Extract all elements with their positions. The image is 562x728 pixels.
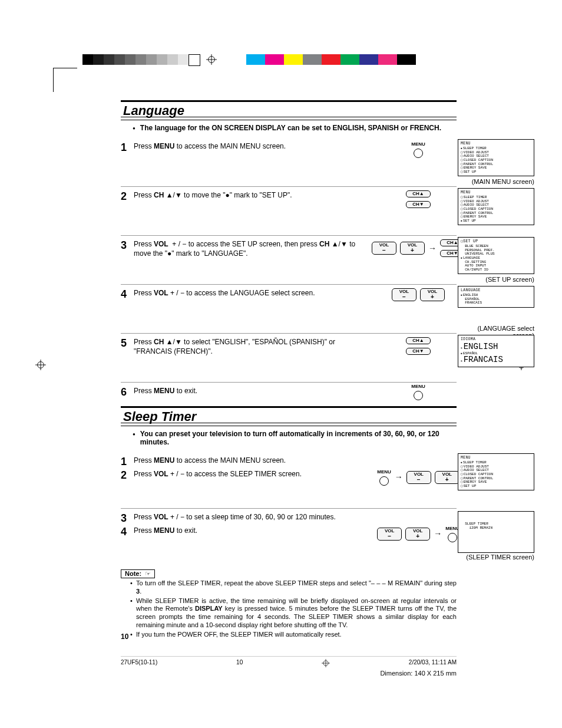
page-number: 10 <box>121 633 128 641</box>
step-number: 3 <box>121 512 134 525</box>
note-list: To turn off the SLEEP TIMER, repeat the … <box>130 579 457 638</box>
remote-button: VOL+ <box>405 528 430 541</box>
printer-color-bar <box>82 53 509 66</box>
remote-button: VOL− <box>377 528 402 541</box>
screen-caption: (MAIN MENU screen) <box>459 178 534 185</box>
registration-mark-icon <box>206 54 217 65</box>
step-text: Press VOL + / − to access the SLEEP TIME… <box>134 469 457 505</box>
sleep-intro: ● You can preset your television to turn… <box>133 430 457 446</box>
osd-screen-preview: LANGUAGEENGLISHESPAÑOLFRANCAIS <box>458 286 534 308</box>
osd-screen-preview: MENUSLEEP TIMERVIDEO ADJUSTAUDIO SELECTC… <box>458 188 534 225</box>
step-text: Press VOL + / − to set a sleep time of 3… <box>134 512 457 525</box>
remote-button: CH▼ <box>406 201 431 208</box>
step-number: 5 <box>121 337 134 350</box>
osd-screen-preview: MENUSLEEP TIMERVIDEO ADJUSTAUDIO SELECTC… <box>458 139 534 176</box>
step-number: 4 <box>121 288 134 301</box>
step-text: Press MENU to access the MAIN MENU scree… <box>134 456 457 468</box>
language-step: 5 Press CH ▲/▼ to select "ENGLISH", "ESP… <box>121 334 457 383</box>
step-number: 4 <box>121 526 134 561</box>
remote-button: CH▼ <box>406 348 431 355</box>
remote-button: VOL+ <box>420 288 445 301</box>
remote-button: VOL+ <box>435 471 459 484</box>
crop-mark-icon <box>53 68 77 92</box>
step-text: Press MENU to exit. VOL−VOL+→MENU <box>134 526 457 561</box>
sleep-step-1-2: 1 Press MENU to access the MAIN MENU scr… <box>121 452 457 509</box>
screen-caption: (SLEEP TIMER screen) <box>459 554 534 561</box>
screen-caption: (SET UP screen) <box>459 276 534 283</box>
language-step: 4 Press VOL + / − to access the LANGUAGE… <box>121 285 457 334</box>
section-title-language: Language <box>121 100 457 120</box>
step-number: 6 <box>121 386 134 398</box>
step-number: 3 <box>121 239 134 252</box>
page-dimension: Dimension: 140 X 215 mm <box>121 670 457 677</box>
note-label: Note: ☞ <box>121 569 155 578</box>
remote-button: CH▲ <box>406 337 431 344</box>
language-step: 3 Press VOL + / − to access the SET UP s… <box>121 236 457 285</box>
step-text: Press VOL + / − to access the LANGUAGE s… <box>134 288 457 324</box>
step-text: Press CH ▲/▼ to select "ENGLISH", "ESPAÑ… <box>134 337 457 373</box>
language-step: 1 Press MENU to access the MAIN MENU scr… <box>121 138 457 187</box>
step-number: 1 <box>121 141 134 154</box>
step-text: Press CH ▲/▼ to move the "●" mark to "SE… <box>134 190 457 226</box>
remote-button: VOL+ <box>400 242 425 255</box>
step-text: Press MENU to exit. MENU <box>134 386 457 397</box>
note-item: If you turn the POWER OFF, the SLEEP TIM… <box>130 631 457 639</box>
step-text: Press VOL + / − to access the SET UP scr… <box>134 239 457 275</box>
registration-mark-icon <box>35 360 46 373</box>
osd-screen-preview: MENUSLEEP TIMERVIDEO ADJUSTAUDIO SELECTC… <box>458 453 534 490</box>
menu-button-icon: MENU <box>411 384 425 400</box>
section-title-sleep-timer: Sleep Timer <box>121 406 457 426</box>
registration-mark-icon <box>322 659 330 667</box>
step-number: 2 <box>121 190 134 203</box>
menu-button-icon: MENU <box>377 469 391 486</box>
osd-screen-preview: IDIOMAENGLISHESPAÑOLFRANCAIS <box>458 335 534 367</box>
sleep-step-3-4: 3 Press VOL + / − to set a sleep time of… <box>121 509 457 565</box>
osd-screen-preview: SLEEP TIMER 120M REMAIN <box>458 511 534 553</box>
remote-button: VOL− <box>406 471 431 484</box>
language-step: 2 Press CH ▲/▼ to move the "●" mark to "… <box>121 187 457 236</box>
step-number: 2 <box>121 469 134 505</box>
note-item: While SLEEP TIMER is active, the time re… <box>130 597 457 630</box>
remote-button: VOL− <box>392 288 416 301</box>
remote-button: CH▲ <box>406 190 431 197</box>
step-text: Press MENU to access the MAIN MENU scree… <box>134 141 457 177</box>
remote-button: VOL− <box>372 242 396 255</box>
note-item: To turn off the SLEEP TIMER, repeat the … <box>130 579 457 596</box>
language-step: 6 Press MENU to exit. MENU <box>121 383 457 404</box>
step-number: 1 <box>121 456 134 468</box>
footer-metadata: 27UF5(10-11) 10 2/20/03, 11:11 AM <box>121 656 457 667</box>
language-intro: ● The language for the ON SCREEN DISPLAY… <box>133 124 457 132</box>
menu-button-icon: MENU <box>411 141 425 158</box>
osd-screen-preview: ▢SET UPBLUE SCREENPERSONAL PREF.UNIVERSA… <box>458 237 534 274</box>
